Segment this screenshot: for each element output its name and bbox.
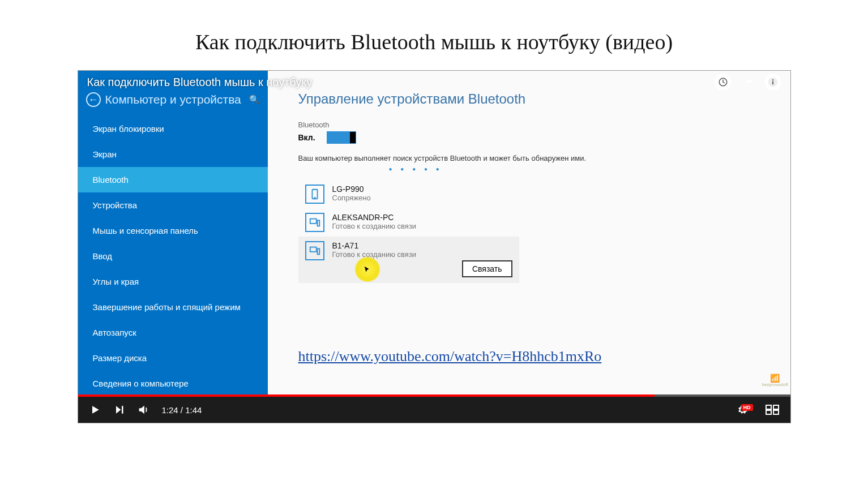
bluetooth-state: Вкл.: [298, 133, 315, 142]
hd-badge: HD: [741, 404, 753, 411]
sidebar-item[interactable]: Углы и края: [78, 269, 268, 294]
sidebar-item[interactable]: Завершение работы и спящий режим: [78, 294, 268, 320]
share-button[interactable]: [739, 74, 756, 91]
bluetooth-label: Bluetooth: [298, 121, 790, 129]
video-body: ← Компьютер и устройства 🔍 Экран блокиро…: [78, 71, 790, 394]
device-list: LG-P990СопряженоALEKSANDR-PCГотово к соз…: [298, 180, 790, 283]
svg-rect-8: [310, 247, 316, 252]
svg-rect-11: [773, 405, 779, 409]
channel-watermark[interactable]: 📶 bezprovodoff: [766, 374, 785, 390]
device-status: Готово к созданию связи: [332, 250, 417, 259]
svg-rect-9: [317, 248, 319, 254]
sidebar-item[interactable]: Автозапуск: [78, 320, 268, 345]
sidebar-item[interactable]: Сведения о компьютере: [78, 371, 268, 396]
device-name: LG-P990: [332, 185, 371, 194]
player-controls: 1:24 / 1:44 HD: [78, 397, 790, 423]
bluetooth-toggle[interactable]: [327, 131, 356, 144]
video-player: Как подключить Bluetooth мышь к ноутбуку…: [78, 70, 791, 423]
time-total: 1:44: [185, 405, 202, 415]
progress-bar[interactable]: [78, 394, 790, 397]
next-button[interactable]: [113, 404, 125, 415]
search-icon[interactable]: 🔍: [249, 95, 260, 105]
watch-later-button[interactable]: [715, 74, 732, 91]
info-button[interactable]: [764, 74, 781, 91]
sidebar-item[interactable]: Ввод: [78, 243, 268, 269]
sidebar-item[interactable]: Мышь и сенсорная панель: [78, 218, 268, 243]
pair-button[interactable]: Связать: [462, 260, 512, 277]
loading-dots-icon: ● ● ● ● ●: [389, 166, 790, 172]
theater-button[interactable]: [766, 405, 779, 415]
play-button[interactable]: [89, 404, 101, 415]
content-title: Управление устройствами Bluetooth: [298, 91, 790, 107]
sidebar-header-label: Компьютер и устройства: [105, 93, 241, 106]
svg-rect-13: [773, 410, 779, 414]
sidebar-item[interactable]: Устройства: [78, 192, 268, 218]
device-status: Сопряжено: [332, 194, 371, 202]
video-link[interactable]: https://www.youtube.com/watch?v=H8hhcb1m…: [298, 348, 602, 365]
svg-rect-10: [766, 405, 771, 409]
sidebar: ← Компьютер и устройства 🔍 Экран блокиро…: [78, 71, 268, 394]
device-status: Готово к созданию связи: [332, 222, 417, 230]
phone-icon: [305, 185, 324, 204]
watermark-label: bezprovodoff: [762, 382, 788, 387]
volume-button[interactable]: [137, 404, 149, 416]
progress-fill: [78, 394, 655, 397]
device-name: ALEKSANDR-PC: [332, 213, 417, 222]
back-icon[interactable]: ←: [86, 92, 101, 107]
svg-rect-6: [310, 219, 316, 224]
sidebar-header[interactable]: ← Компьютер и устройства 🔍: [78, 92, 268, 116]
pc-icon: [305, 241, 324, 260]
svg-rect-12: [766, 410, 771, 414]
sidebar-item[interactable]: Экран блокировки: [78, 116, 268, 141]
pc-icon: [305, 213, 324, 232]
wifi-icon: 📶: [770, 374, 780, 382]
content-pane: Управление устройствами Bluetooth Blueto…: [268, 71, 790, 394]
svg-rect-3: [772, 82, 773, 85]
device-name: B1-A71: [332, 241, 417, 250]
device-item[interactable]: LG-P990Сопряжено: [298, 180, 519, 208]
sidebar-item[interactable]: Размер диска: [78, 345, 268, 371]
svg-rect-7: [317, 220, 319, 226]
svg-point-2: [772, 79, 773, 80]
page-title: Как подключить Bluetooth мышь к ноутбуку…: [0, 29, 868, 54]
device-item[interactable]: ALEKSANDR-PCГотово к созданию связи: [298, 208, 519, 237]
sidebar-item[interactable]: Bluetooth: [78, 167, 268, 192]
time-current: 1:24: [162, 405, 178, 415]
device-item[interactable]: B1-A71Готово к созданию связиСвязать: [298, 237, 519, 283]
sidebar-menu: Экран блокировкиЭкранBluetoothУстройства…: [78, 116, 268, 396]
sidebar-item[interactable]: Экран: [78, 141, 268, 167]
time-display: 1:24 / 1:44: [162, 405, 202, 415]
scan-text: Ваш компьютер выполняет поиск устройств …: [298, 154, 790, 162]
cursor-highlight-icon: [355, 257, 380, 282]
